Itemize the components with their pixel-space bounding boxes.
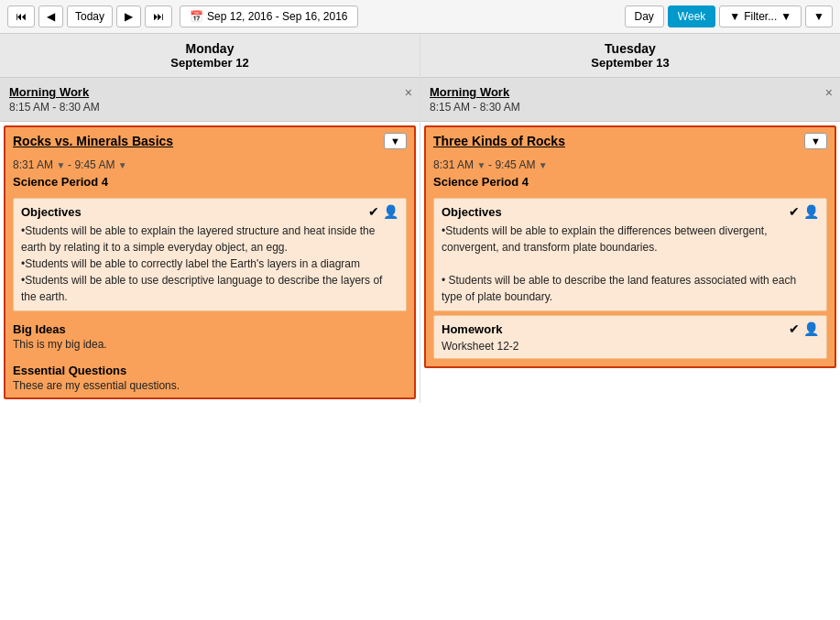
tuesday-morning-work-close-btn[interactable]: × bbox=[825, 85, 833, 100]
extra-filter-btn[interactable]: ▼ bbox=[805, 5, 833, 27]
monday-end-time-arrow: ▼ bbox=[118, 160, 127, 170]
monday-lesson-block: Rocks vs. Minerals Basics ▼ 8:31 AM ▼ - … bbox=[4, 125, 416, 399]
tuesday-lesson-block: Three Kinds of Rocks ▼ 8:31 AM ▼ - 9:45 … bbox=[424, 125, 836, 368]
toolbar: ⏮ ◀ Today ▶ ⏭ 📅Sep 12, 2016 - Sep 16, 20… bbox=[0, 0, 840, 34]
tuesday-column: Tuesday September 13 Morning Work 8:15 A… bbox=[420, 34, 840, 403]
week-view-btn[interactable]: Week bbox=[668, 5, 715, 27]
tuesday-homework-icons: ✔ 👤 bbox=[789, 321, 819, 336]
tuesday-homework-title: Homework bbox=[442, 322, 789, 336]
tuesday-morning-work: Morning Work 8:15 AM - 8:30 AM × bbox=[420, 78, 840, 122]
monday-lesson-header: Rocks vs. Minerals Basics ▼ bbox=[5, 127, 414, 155]
last-page-btn[interactable]: ⏭ bbox=[145, 5, 172, 27]
tuesday-day-name: Tuesday bbox=[424, 41, 836, 56]
today-btn[interactable]: Today bbox=[67, 5, 113, 27]
monday-objectives-person-icon[interactable]: 👤 bbox=[383, 204, 398, 219]
tuesday-objectives-icons: ✔ 👤 bbox=[789, 204, 819, 219]
tuesday-morning-work-title: Morning Work bbox=[430, 85, 831, 99]
filter-dropdown-arrow: ▼ bbox=[780, 10, 791, 23]
monday-essential-questions-title: Essential Questions bbox=[13, 364, 407, 377]
monday-lesson-period: Science Period 4 bbox=[5, 173, 414, 194]
monday-morning-work: Morning Work 8:15 AM - 8:30 AM × bbox=[0, 78, 420, 122]
tuesday-header: Tuesday September 13 bbox=[420, 34, 840, 78]
monday-lesson-time: 8:31 AM ▼ - 9:45 AM ▼ bbox=[5, 155, 414, 173]
monday-big-ideas-text: This is my big idea. bbox=[13, 336, 407, 353]
monday-objectives-text: •Students will be able to explain the la… bbox=[21, 223, 398, 305]
tuesday-start-time-arrow: ▼ bbox=[476, 160, 488, 170]
tuesday-homework-box: Homework ✔ 👤 Worksheet 12-2 bbox=[433, 315, 827, 359]
tuesday-lesson-dropdown-btn[interactable]: ▼ bbox=[804, 133, 827, 149]
monday-morning-work-time: 8:15 AM - 8:30 AM bbox=[9, 101, 410, 114]
tuesday-morning-work-time: 8:15 AM - 8:30 AM bbox=[430, 101, 831, 114]
tuesday-lesson-title: Three Kinds of Rocks bbox=[433, 134, 804, 148]
monday-objectives-check-icon[interactable]: ✔ bbox=[368, 204, 379, 219]
tuesday-objectives-text: •Students will be able to explain the di… bbox=[442, 223, 819, 305]
day-view-btn[interactable]: Day bbox=[625, 5, 664, 27]
tuesday-homework-person-icon[interactable]: 👤 bbox=[803, 321, 819, 336]
tuesday-homework-check-icon[interactable]: ✔ bbox=[789, 321, 800, 336]
monday-objectives-box: Objectives ✔ 👤 •Students will be able to… bbox=[13, 198, 407, 311]
prev-btn[interactable]: ◀ bbox=[38, 5, 63, 27]
monday-column: Monday September 12 Morning Work 8:15 AM… bbox=[0, 34, 420, 403]
monday-header: Monday September 12 bbox=[0, 34, 420, 78]
tuesday-objectives-person-icon[interactable]: 👤 bbox=[803, 204, 819, 219]
monday-day-date: September 12 bbox=[4, 56, 416, 70]
monday-big-ideas-section: Big Ideas This is my big idea. bbox=[5, 315, 414, 356]
filter-icon: ▼ bbox=[729, 10, 740, 23]
monday-big-ideas-title: Big Ideas bbox=[13, 322, 407, 336]
tuesday-objectives-header: Objectives ✔ 👤 bbox=[442, 204, 819, 219]
monday-morning-work-close-btn[interactable]: × bbox=[405, 85, 412, 100]
monday-objectives-header: Objectives ✔ 👤 bbox=[21, 204, 398, 219]
monday-morning-work-title: Morning Work bbox=[9, 85, 410, 99]
tuesday-lesson-period: Science Period 4 bbox=[426, 173, 835, 194]
monday-lesson-dropdown-btn[interactable]: ▼ bbox=[384, 133, 407, 149]
tuesday-day-date: September 13 bbox=[424, 56, 836, 70]
tuesday-end-time-arrow: ▼ bbox=[539, 160, 548, 170]
tuesday-objectives-title: Objectives bbox=[442, 205, 789, 219]
tuesday-objectives-box: Objectives ✔ 👤 •Students will be able to… bbox=[433, 198, 827, 311]
monday-day-name: Monday bbox=[4, 41, 416, 56]
calendar-grid: Monday September 12 Morning Work 8:15 AM… bbox=[0, 34, 840, 403]
tuesday-lesson-header: Three Kinds of Rocks ▼ bbox=[426, 127, 835, 155]
monday-start-time-arrow: ▼ bbox=[56, 160, 68, 170]
tuesday-objectives-check-icon[interactable]: ✔ bbox=[789, 204, 800, 219]
date-range-display: 📅Sep 12, 2016 - Sep 16, 2016 bbox=[180, 5, 357, 27]
filter-btn[interactable]: ▼ Filter... ▼ bbox=[719, 5, 802, 27]
monday-objectives-title: Objectives bbox=[21, 205, 368, 219]
monday-objectives-icons: ✔ 👤 bbox=[368, 204, 398, 219]
next-btn[interactable]: ▶ bbox=[116, 5, 141, 27]
monday-essential-questions-text: These are my essential questions. bbox=[13, 377, 407, 394]
first-page-btn[interactable]: ⏮ bbox=[7, 5, 35, 27]
tuesday-lesson-time: 8:31 AM ▼ - 9:45 AM ▼ bbox=[426, 155, 835, 173]
monday-lesson-title: Rocks vs. Minerals Basics bbox=[13, 134, 384, 148]
tuesday-homework-header: Homework ✔ 👤 bbox=[442, 321, 819, 336]
tuesday-homework-text: Worksheet 12-2 bbox=[442, 340, 819, 353]
monday-essential-questions-section: Essential Questions These are my essenti… bbox=[5, 356, 414, 397]
